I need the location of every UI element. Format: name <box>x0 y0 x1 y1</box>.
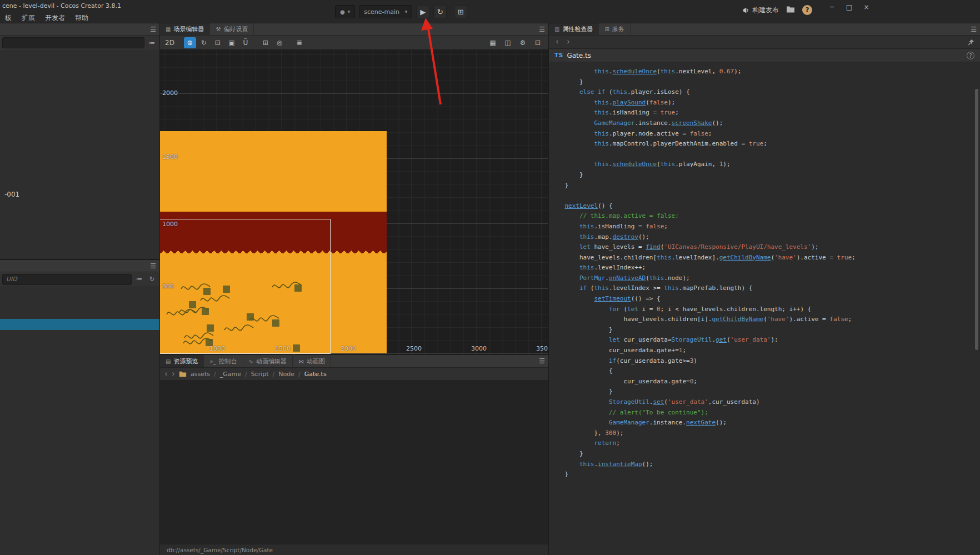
code-line: { <box>550 366 980 377</box>
tool-local-button[interactable]: ◎ <box>273 37 286 48</box>
code-line: this.isHandling = false; <box>550 222 980 232</box>
play-button[interactable]: ▶ <box>416 5 429 18</box>
menu-item-extensions[interactable]: 扩展 <box>17 12 40 24</box>
tab-services[interactable]: ⊞ 服务 <box>599 23 630 35</box>
maximize-button[interactable]: □ <box>841 1 858 13</box>
breadcrumb-segment[interactable]: Script <box>251 371 269 378</box>
code-line: else if (this.player.isLose) { <box>550 87 980 98</box>
open-project-folder-button[interactable] <box>786 6 795 14</box>
code-line: setTimeout(() => { <box>550 294 980 304</box>
code-line: } <box>550 325 980 336</box>
obstacle-trail <box>271 277 302 294</box>
code-line: StorageUtil.set('user_data',cur_userdata… <box>550 397 980 408</box>
inspected-file-row: TS Gate.ts ? <box>549 49 980 62</box>
animation-editor-icon: ∿ <box>249 358 253 364</box>
code-line: this.levelIndex++; <box>550 263 980 273</box>
scene-select-value: scene-main <box>364 8 399 16</box>
reload-button[interactable]: ↻ <box>433 5 447 18</box>
tab-scene-editor[interactable]: ▦ 场景编辑器 <box>160 23 210 35</box>
breadcrumb-forward-button[interactable]: › <box>172 370 175 378</box>
code-line: } <box>550 77 980 88</box>
hierarchy-menu-button[interactable]: ☰ <box>150 23 156 35</box>
tool-world-button[interactable]: ⊞ <box>259 37 272 48</box>
code-scrollbar[interactable] <box>975 89 978 350</box>
ruler-label-x: 1000 <box>209 345 225 352</box>
code-line: }, 300); <box>550 428 980 439</box>
frame-selection-button[interactable]: ⊡ <box>532 37 544 48</box>
tool-move-button[interactable]: ⊕ <box>184 37 196 48</box>
inspector-forward-button[interactable]: › <box>567 38 570 46</box>
rect-tool-icon: ▣ <box>228 39 234 47</box>
breadcrumb-segment[interactable]: assets <box>191 371 210 378</box>
assets-refresh-button[interactable]: ↻ <box>147 274 157 284</box>
hierarchy-search-input[interactable] <box>2 37 144 48</box>
uid-search-input[interactable]: UID <box>2 274 132 285</box>
menu-item-help[interactable]: 帮助 <box>70 12 93 24</box>
hierarchy-search-row: ≔ <box>0 36 159 50</box>
build-publish-button[interactable]: 构建发布 <box>742 6 779 15</box>
scene-settings-button[interactable]: ⚙ <box>517 37 529 48</box>
chevron-down-icon: ▾ <box>405 9 408 14</box>
assets-tree[interactable] <box>0 286 159 555</box>
tool-rotate-button[interactable]: ↻ <box>198 37 210 48</box>
scene-panel-menu-button[interactable]: ☰ <box>539 23 545 35</box>
grid-visibility-button[interactable]: ▦ <box>487 37 499 48</box>
assets-menu-button[interactable]: ☰ <box>150 260 156 272</box>
code-line: have_levels.children[this.levelIndex].ge… <box>550 253 980 263</box>
close-button[interactable]: × <box>858 1 875 13</box>
minimize-button[interactable]: ─ <box>823 1 841 13</box>
breadcrumb-current-file[interactable]: Gate.ts <box>304 371 327 378</box>
frame-icon: ⊡ <box>535 39 541 47</box>
code-line: let cur_userdata=StorageUtil.get('user_d… <box>550 335 980 346</box>
scene-select[interactable]: scene-main ▾ <box>359 5 412 18</box>
code-line: have_levels.children[i].getChildByName('… <box>550 314 980 325</box>
selected-asset-row[interactable] <box>0 319 159 330</box>
window-title: cene - level-devil - Cocos Creator 3.8.1 <box>2 2 121 9</box>
tool-anchor-button[interactable]: Ü <box>239 37 252 48</box>
tool-align-button[interactable]: ≣ <box>293 37 306 48</box>
animation-graph-icon: ⋈ <box>298 358 304 364</box>
tab-asset-preview[interactable]: ▤ 资源预览 <box>160 355 204 367</box>
tab-services-label: 服务 <box>612 25 624 33</box>
code-line: return; <box>550 438 980 449</box>
code-line: this.scheduleOnce(this.playAgain, 1); <box>550 159 980 170</box>
menu-item-developer[interactable]: 开发者 <box>40 12 70 24</box>
code-line: cur_userdata.gate+=1; <box>550 346 980 356</box>
hamburger-icon: ☰ <box>539 26 545 33</box>
menu-item-panel[interactable]: 板 <box>0 12 17 24</box>
tab-preferences[interactable]: ⚒ 偏好设置 <box>210 23 254 35</box>
hierarchy-filter-button[interactable]: ≔ <box>147 38 157 48</box>
gizmo-camera-button[interactable]: ◫ <box>502 37 514 48</box>
inspector-menu-button[interactable]: ☰ <box>971 23 977 35</box>
step-button[interactable]: ⊞ <box>454 5 467 18</box>
inspector-nav-row: ‹ › <box>549 36 980 49</box>
anchor-tool-icon: Ü <box>243 39 248 47</box>
scene-view[interactable]: 2000 1500 1000 500 1000 1500 2000 2500 3… <box>160 50 548 354</box>
breadcrumb-segment[interactable]: _Game <box>220 371 241 378</box>
tab-inspector[interactable]: ▥ 属性检查器 <box>549 23 599 35</box>
tab-animation-editor[interactable]: ∿ 动画编辑器 <box>243 355 293 367</box>
close-icon: × <box>863 3 869 11</box>
left-column: ☰ ≔ -001 ☰ UID ≔ ↻ <box>0 23 160 555</box>
window-controls: ─ □ × <box>823 1 875 13</box>
mode-2d-button[interactable]: 2D <box>163 37 176 48</box>
code-content[interactable]: this.scheduleOnce(this.nextLevel, 0.67);… <box>549 62 980 555</box>
file-help-button[interactable]: ? <box>967 52 974 59</box>
bottom-panel-menu-button[interactable]: ☰ <box>539 355 545 367</box>
breadcrumb-back-button[interactable]: ‹ <box>164 370 168 378</box>
tab-console[interactable]: »_ 控制台 <box>204 355 243 367</box>
pin-icon[interactable] <box>968 39 974 46</box>
tab-animation-graph[interactable]: ⋈ 动画图 <box>293 355 331 367</box>
menu-bar: 板 扩展 开发者 帮助 <box>0 12 93 24</box>
refresh-icon: ↻ <box>149 276 154 283</box>
tree-item[interactable]: -001 <box>4 191 19 198</box>
inspector-back-button[interactable]: ‹ <box>556 38 559 46</box>
tool-scale-button[interactable]: ⊡ <box>212 37 224 48</box>
tool-rect-button[interactable]: ▣ <box>226 37 238 48</box>
help-button[interactable]: ? <box>802 5 812 15</box>
breadcrumb-segment[interactable]: Node <box>278 371 294 378</box>
assets-filter-button[interactable]: ≔ <box>134 274 144 284</box>
device-select[interactable]: ● ▾ <box>335 5 355 18</box>
hierarchy-tree[interactable]: -001 <box>0 50 159 259</box>
uid-search-placeholder: UID <box>6 276 17 283</box>
